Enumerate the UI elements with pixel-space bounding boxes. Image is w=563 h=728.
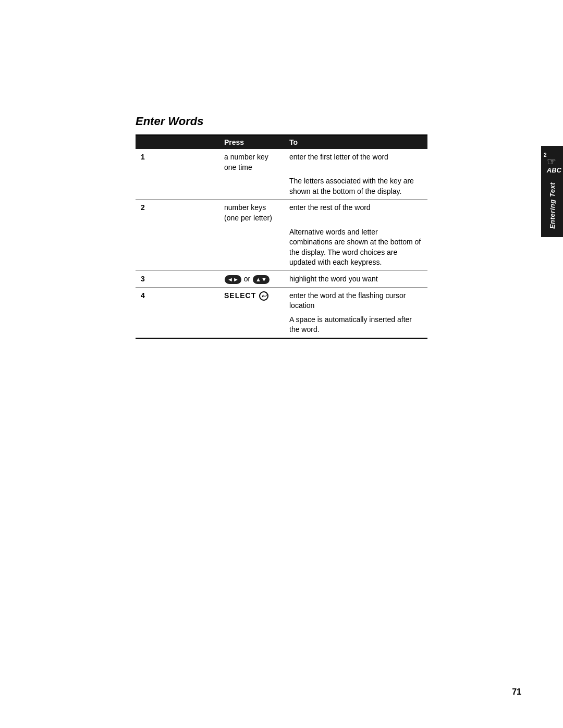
table-row-continuation: A space is automatically inserted after … [136,314,427,338]
table-row: 1 a number keyone time enter the first l… [136,149,427,175]
table-row-continuation: Alternative words and letter combination… [136,226,427,271]
step-number: 1 [136,149,219,175]
step-number: 3 [136,270,219,287]
step-empty [136,175,219,200]
to-cell: enter the first letter of the word [284,149,427,175]
icon-number: 2 [544,152,547,158]
press-cell-empty [219,314,284,338]
select-key-icon: ↩ [259,291,268,301]
col-header-step [136,135,219,149]
main-content: Enter Words Press To 1 a number keyone t… [136,115,427,339]
select-key-label: SELECT [224,291,256,300]
press-cell: number keys(one per letter) [219,200,284,226]
press-cell-empty [219,226,284,271]
icon-letters: ABC [547,166,561,174]
table-row: 4 SELECT ↩ enter the word at the flashin… [136,287,427,314]
press-cell: SELECT ↩ [219,287,284,314]
side-tab: 2 ☞ ABC Entering Text [541,146,563,237]
left-right-key: ◄► [225,275,241,284]
up-down-key: ▲▼ [253,275,270,284]
to-cell-sub: A space is automatically inserted after … [284,314,427,338]
step-number: 4 [136,287,219,314]
table-row: 2 number keys(one per letter) enter the … [136,200,427,226]
table-row-continuation: The letters associated with the key are … [136,175,427,200]
col-header-to: To [284,135,427,149]
col-header-press: Press [219,135,284,149]
to-cell: enter the rest of the word [284,200,427,226]
press-cell: ◄► or ▲▼ [219,270,284,287]
table-row: 3 ◄► or ▲▼ highlight the word you want [136,270,427,287]
instruction-table: Press To 1 a number keyone time enter th… [136,134,427,339]
step-empty [136,314,219,338]
step-empty [136,226,219,271]
side-tab-label: Entering Text [548,178,556,233]
to-cell-sub: The letters associated with the key are … [284,175,427,200]
abc-icon: 2 ☞ ABC [542,150,562,176]
to-cell: highlight the word you want [284,270,427,287]
table-header-row: Press To [136,135,427,149]
to-cell-sub: Alternative words and letter combination… [284,226,427,271]
to-cell: enter the word at the flashing cursor lo… [284,287,427,314]
press-cell: a number keyone time [219,149,284,175]
step-number: 2 [136,200,219,226]
section-title: Enter Words [136,115,427,128]
press-cell-empty [219,175,284,200]
page-number: 71 [512,687,521,697]
